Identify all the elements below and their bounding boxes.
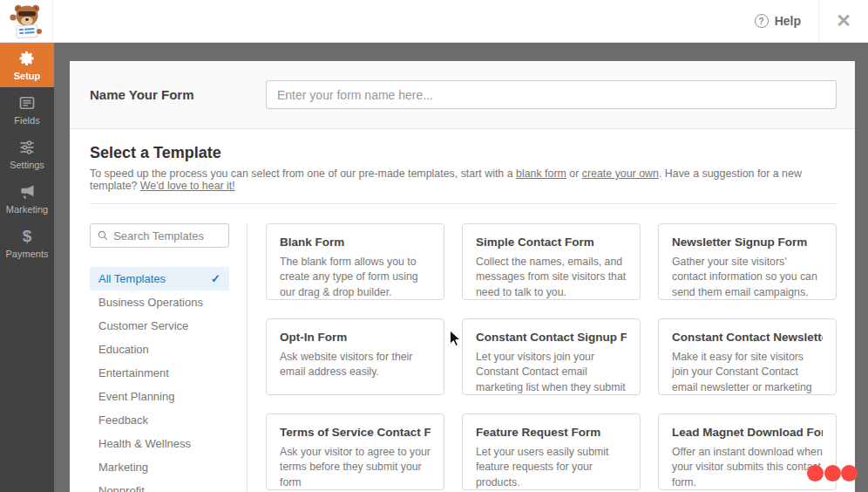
- template-title: Opt-In Form: [280, 331, 431, 344]
- workspace-background: Name Your Form Select a Template To spee…: [54, 43, 868, 492]
- template-card-constant-contact-signup[interactable]: Constant Contact Signup Form Let your vi…: [462, 318, 641, 395]
- sidebar-item-label: Marketing: [6, 204, 48, 215]
- template-grid: Blank Form The blank form allows you to …: [266, 223, 837, 492]
- category-label: All Templates: [98, 272, 166, 285]
- template-description: Let your visitors join your Constant Con…: [476, 350, 627, 395]
- category-label: Event Planning: [98, 390, 174, 403]
- template-card-opt-in-form[interactable]: Opt-In Form Ask website visitors for the…: [266, 318, 444, 395]
- search-templates-input[interactable]: [113, 229, 221, 243]
- description-text: To speed up the process you can select f…: [90, 167, 516, 180]
- template-description: Let your users easily submit feature req…: [476, 445, 627, 490]
- template-title: Constant Contact Newsletter S...: [672, 331, 823, 344]
- template-categories-column: All Templates ✓ Business Operations Cust…: [90, 223, 248, 492]
- template-card-feature-request-form[interactable]: Feature Request Form Let your users easi…: [462, 413, 641, 490]
- category-list: All Templates ✓ Business Operations Cust…: [90, 267, 247, 492]
- category-all-templates[interactable]: All Templates ✓: [90, 267, 229, 290]
- close-icon: ✕: [836, 10, 851, 31]
- template-title: Blank Form: [280, 236, 431, 249]
- sidebar-item-label: Fields: [14, 115, 39, 126]
- sidebar-item-label: Setup: [14, 71, 41, 81]
- template-description: Ask your visitor to agree to your terms …: [280, 445, 431, 490]
- template-description: Collect the names, emails, and messages …: [476, 255, 627, 300]
- wpforms-logo: [0, 0, 53, 42]
- recording-dot: [841, 465, 858, 482]
- template-title: Terms of Service Contact Form: [280, 426, 431, 439]
- section-divider: [90, 203, 837, 204]
- category-nonprofit[interactable]: Nonprofit: [90, 479, 229, 492]
- sidebar-item-label: Settings: [10, 160, 44, 170]
- category-feedback[interactable]: Feedback: [90, 408, 229, 432]
- template-title: Newsletter Signup Form: [672, 236, 823, 249]
- category-event-planning[interactable]: Event Planning: [90, 385, 229, 408]
- template-description: Gather your site visitors' contact infor…: [672, 255, 823, 300]
- category-health-wellness[interactable]: Health & Wellness: [90, 432, 229, 455]
- dollar-icon: $: [23, 228, 32, 245]
- category-entertainment[interactable]: Entertainment: [90, 361, 229, 385]
- template-description: Offer an instant download when your visi…: [672, 445, 823, 490]
- category-label: Feedback: [98, 413, 148, 427]
- fields-icon: [18, 94, 36, 112]
- template-description: Ask website visitors for their email add…: [280, 350, 431, 380]
- sidebar-item-marketing[interactable]: Marketing: [0, 176, 54, 221]
- search-templates-box: [90, 223, 229, 248]
- form-name-row: Name Your Form: [70, 61, 855, 129]
- gear-icon: [18, 50, 36, 67]
- search-icon: [98, 229, 108, 242]
- sidebar-item-payments[interactable]: $ Payments: [0, 221, 54, 265]
- template-card-blank-form[interactable]: Blank Form The blank form allows you to …: [266, 223, 444, 300]
- template-description: Make it easy for site visitors join your…: [672, 350, 823, 395]
- create-your-own-link[interactable]: create your own: [582, 167, 659, 180]
- template-section-description: To speed up the process you can select f…: [90, 167, 837, 192]
- wpforms-bear-logo-icon: [9, 3, 44, 39]
- category-label: Health & Wellness: [98, 437, 191, 450]
- category-customer-service[interactable]: Customer Service: [90, 314, 229, 338]
- category-marketing[interactable]: Marketing: [90, 455, 229, 479]
- description-text: or: [566, 167, 582, 180]
- form-name-label: Name Your Form: [90, 87, 266, 102]
- template-card-newsletter-signup-form[interactable]: Newsletter Signup Form Gather your site …: [658, 223, 837, 300]
- suggest-template-link[interactable]: We'd love to hear it!: [140, 180, 235, 192]
- blank-form-link[interactable]: blank form: [516, 167, 566, 180]
- category-education[interactable]: Education: [90, 338, 229, 361]
- main-area: Setup Fields Settings: [0, 43, 868, 492]
- category-label: Education: [98, 343, 149, 356]
- sliders-icon: [18, 139, 36, 156]
- form-name-input[interactable]: [266, 80, 837, 109]
- category-business-operations[interactable]: Business Operations: [90, 290, 229, 314]
- template-title: Feature Request Form: [476, 426, 627, 439]
- template-content: All Templates ✓ Business Operations Cust…: [90, 223, 837, 492]
- builder-sidebar: Setup Fields Settings: [0, 43, 54, 492]
- template-card-terms-of-service-contact[interactable]: Terms of Service Contact Form Ask your v…: [266, 413, 444, 490]
- sidebar-item-label: Payments: [6, 249, 49, 259]
- template-title: Simple Contact Form: [476, 236, 627, 249]
- help-button[interactable]: ? Help: [737, 0, 818, 42]
- help-question-icon: ?: [755, 14, 769, 28]
- template-title: Lead Magnet Download Form: [672, 426, 823, 439]
- template-description: The blank form allows you to create any …: [280, 255, 431, 300]
- top-bar: ? Help ✕: [0, 0, 868, 43]
- category-label: Nonprofit: [98, 484, 145, 492]
- category-label: Marketing: [98, 461, 148, 474]
- check-icon: ✓: [211, 272, 220, 285]
- category-label: Customer Service: [98, 319, 188, 332]
- help-label: Help: [775, 14, 801, 28]
- category-label: Business Operations: [98, 296, 203, 309]
- sidebar-item-settings[interactable]: Settings: [0, 132, 54, 176]
- recording-dot: [824, 465, 841, 482]
- megaphone-icon: [18, 183, 36, 201]
- template-section: Select a Template To speed up the proces…: [70, 144, 855, 492]
- template-card-simple-contact-form[interactable]: Simple Contact Form Collect the names, e…: [462, 223, 641, 300]
- recording-dot: [807, 465, 824, 482]
- template-title: Constant Contact Signup Form: [476, 331, 627, 344]
- select-template-heading: Select a Template: [90, 144, 837, 162]
- template-card-constant-contact-newsletter[interactable]: Constant Contact Newsletter S... Make it…: [658, 318, 837, 395]
- sidebar-item-fields[interactable]: Fields: [0, 87, 54, 132]
- sidebar-item-setup[interactable]: Setup: [0, 43, 54, 87]
- setup-panel: Name Your Form Select a Template To spee…: [70, 61, 855, 492]
- category-label: Entertainment: [98, 366, 169, 379]
- close-builder-button[interactable]: ✕: [819, 0, 868, 42]
